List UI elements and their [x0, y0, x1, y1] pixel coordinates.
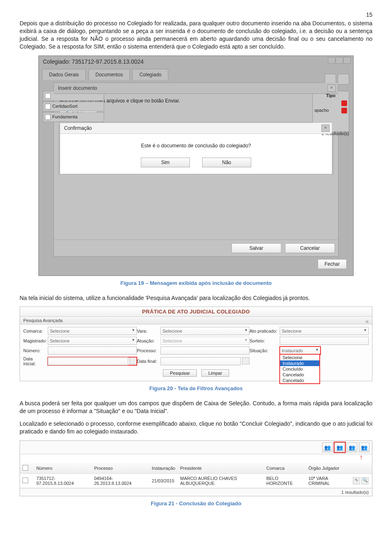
red-arrow-icon: ↑	[359, 453, 363, 461]
collapse-icon[interactable]: «	[365, 318, 369, 324]
figure-19-caption: Figura 19 – Mensagem exibida após inclus…	[20, 280, 372, 286]
cell-text: spacho	[314, 108, 329, 113]
concluir-colegiado-button[interactable]: 👥	[334, 442, 345, 452]
sel-atuacao[interactable]: Selecione▼	[160, 337, 249, 345]
situacao-dropdown[interactable]: Selecione Instaurado Concluído Cancelado…	[280, 354, 320, 384]
lbl-numero: Número:	[23, 348, 48, 353]
figure-20-caption: Figura 20 - Tela de Filtros Avançados	[20, 385, 372, 391]
limpar-button[interactable]: Limpar	[201, 369, 229, 377]
tab-documentos[interactable]: Documentos	[89, 69, 130, 80]
checkbox-header[interactable]	[22, 465, 28, 471]
cell-processo: 0494164-26.2013.8.13.0024	[91, 474, 149, 488]
figure-20: PRÁTICA DE ATO JUDICIAL COLEGIADO Pesqui…	[20, 307, 372, 381]
confirm-title: Confirmação ×	[60, 123, 332, 134]
cell-instauracao: 21/03/2015	[149, 474, 178, 488]
cell-presidente: MARCO AURÉLIO CHAVES ALBUQUERQUE	[178, 474, 264, 488]
txt-sorteio[interactable]	[280, 337, 369, 345]
data-final-field[interactable]	[160, 357, 249, 365]
inserir-title: Inserir documento ×	[54, 83, 338, 94]
lbl-data-final: Data final:	[137, 359, 160, 364]
opt-cancelado-2[interactable]: Cancelado	[280, 378, 319, 383]
results-table: Número Processo Instauração Presidente C…	[20, 463, 372, 488]
cell-comarca: BELO HORIZONTE	[264, 474, 306, 488]
pdf-icon	[341, 108, 347, 113]
tab-colegiado[interactable]: Colegiado	[132, 69, 168, 80]
results-footer: 1 resultado(s)	[20, 488, 372, 496]
col-comarca: Comarca	[264, 463, 306, 474]
paragraph-3: A busca poderá ser feita por qualquer um…	[20, 400, 372, 415]
paragraph-2: Na tela inicial do sistema, utilize a fu…	[20, 294, 372, 302]
sel-vara[interactable]: Selecione▼	[160, 327, 249, 335]
lbl-sorteio: Sorteio:	[249, 338, 280, 343]
window-controls[interactable]	[328, 57, 351, 64]
tabs: Dados Gerais Documentos Colegiado	[39, 67, 353, 80]
cancelar-button[interactable]: Cancelar	[285, 243, 335, 253]
sel-magistrado[interactable]: Selecione▼	[48, 337, 137, 345]
cell-numero: 7351712-97.2015.8.13.0024	[34, 474, 91, 488]
fechar-button[interactable]: Fechar	[318, 259, 347, 269]
lbl-vara: Vara:	[137, 329, 160, 333]
action-icon-3[interactable]: 👥	[347, 442, 357, 452]
lbl-processo: Processo:	[137, 348, 160, 353]
cell-orgao: 10ª VARA CRIMINAL	[306, 474, 349, 488]
search-icon[interactable]: 🔍	[361, 477, 369, 484]
salvar-button[interactable]: Salvar	[232, 243, 281, 253]
txt-numero[interactable]	[48, 347, 137, 355]
data-inicial-field[interactable]	[48, 357, 137, 365]
window-title-text: Colegiado: 7351712-97.2015.8.13.0024	[43, 58, 144, 65]
col-processo: Processo	[91, 463, 149, 474]
lbl-ato: Ato praticado:	[249, 329, 280, 333]
fig20-header: PRÁTICA DE ATO JUDICIAL COLEGIADO	[20, 307, 372, 316]
calendar-icon[interactable]	[129, 357, 137, 364]
tab-dados-gerais[interactable]: Dados Gerais	[42, 69, 86, 80]
sel-ato[interactable]: Selecione▼	[280, 327, 369, 335]
remove-icon[interactable]	[338, 74, 349, 84]
txt-processo[interactable]	[160, 347, 249, 355]
col-instauracao: Instauração	[149, 463, 178, 474]
row-fundamenta: Fundamenta	[52, 114, 78, 119]
col-presidente: Presidente	[178, 463, 264, 474]
pesquisar-button[interactable]: Pesquisar	[163, 369, 197, 377]
row-certidao: CertidaoSort	[52, 104, 78, 109]
sel-comarca[interactable]: Selecione▼	[48, 327, 137, 335]
lbl-atuacao: Atuação:	[137, 338, 160, 343]
pdf-icon	[341, 100, 347, 106]
sim-button[interactable]: Sim	[141, 158, 190, 167]
window-title: Colegiado: 7351712-97.2015.8.13.0024	[39, 56, 353, 67]
confirm-question: Este é o documento de conclusão do coleg…	[64, 143, 328, 149]
opt-concluido[interactable]: Concluído	[280, 366, 319, 372]
opt-cancelado[interactable]: Cancelado	[280, 372, 319, 378]
lbl-comarca: Comarca:	[23, 329, 48, 333]
fig20-subheader: Pesquisa Avançada«	[20, 316, 372, 324]
col-orgao: Órgão Julgador	[306, 463, 349, 474]
confirm-dialog: Confirmação × Este é o documento de conc…	[60, 122, 332, 174]
page-number: 15	[20, 11, 372, 18]
checkbox-row[interactable]	[22, 478, 28, 483]
close-icon[interactable]: ×	[321, 124, 330, 132]
lbl-situacao: Situação:	[249, 348, 280, 353]
paragraph-1: Depois que a distribuição do processo no…	[20, 20, 372, 51]
figure-21-caption: Figura 21 - Conclusão do Colegiado	[20, 500, 372, 507]
nao-button[interactable]: Não	[202, 158, 251, 167]
left-column: CertidaoSort Fundamenta	[43, 91, 104, 123]
edit-icon[interactable]: ✎	[353, 477, 360, 484]
table-row[interactable]: 7351712-97.2015.8.13.0024 0494164-26.201…	[20, 474, 372, 488]
paragraph-4: Localizado e selecionado o processo, con…	[20, 420, 372, 435]
opt-instaurado[interactable]: Instaurado	[280, 360, 319, 366]
opt-selecione[interactable]: Selecione	[280, 355, 319, 360]
figure-19: Colegiado: 7351712-97.2015.8.13.0024 Dad…	[38, 56, 354, 276]
lbl-data-inicial: Data inicial:	[23, 356, 48, 366]
close-icon[interactable]: ×	[327, 84, 336, 92]
action-icon-4[interactable]: 👥	[359, 442, 370, 452]
lbl-magistrado: Magistrado:	[23, 338, 48, 343]
col-numero: Número	[34, 463, 91, 474]
action-icon-1[interactable]: 👥	[322, 442, 333, 452]
figure-21: 👥 👥 👥 👥 ↑ Número Processo Instauração Pr…	[20, 440, 372, 496]
sel-situacao[interactable]: Instaurado▼	[280, 347, 321, 355]
calendar-icon[interactable]	[242, 357, 249, 364]
